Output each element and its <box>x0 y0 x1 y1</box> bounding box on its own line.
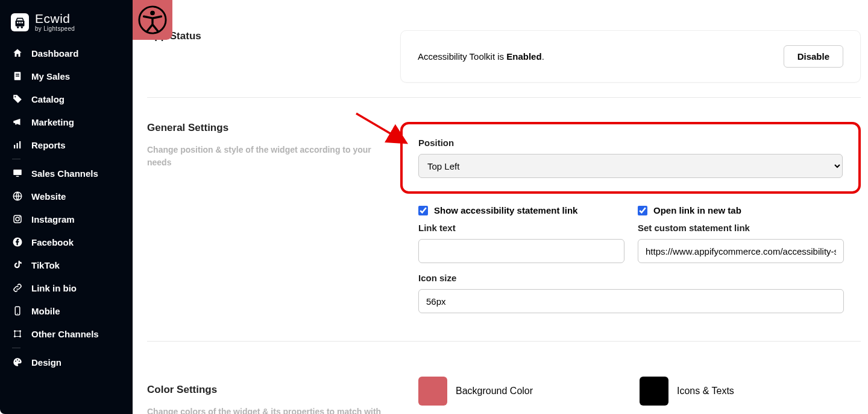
sidebar-item-linkinbio[interactable]: Link in bio <box>0 276 133 299</box>
svg-point-18 <box>19 216 20 217</box>
accessibility-badge[interactable] <box>133 0 172 40</box>
sidebar-item-catalog[interactable]: Catalog <box>0 88 133 110</box>
sidebar-item-otherchannels[interactable]: Other Channels <box>0 322 133 345</box>
svg-rect-5 <box>22 22 24 24</box>
svg-point-2 <box>21 26 23 28</box>
svg-point-21 <box>17 313 18 314</box>
sidebar-item-label: Reports <box>31 140 66 150</box>
color-swatch[interactable] <box>640 377 668 406</box>
sidebar-item-instagram[interactable]: Instagram <box>0 208 133 231</box>
color-swatch[interactable] <box>418 377 447 406</box>
sidebar-item-tiktok[interactable]: TikTok <box>0 253 133 276</box>
tag-icon <box>12 94 23 104</box>
position-select[interactable]: Top Left <box>418 154 843 178</box>
custom-link-label: Set custom statement link <box>638 223 844 233</box>
link-icon <box>12 282 23 293</box>
sidebar-item-mobile[interactable]: Mobile <box>0 299 133 322</box>
color-label: Icons & Texts <box>677 386 734 396</box>
icon-size-label: Icon size <box>418 273 844 283</box>
sidebar-item-label: TikTok <box>31 260 60 270</box>
sidebar-item-label: Catalog <box>31 94 64 104</box>
accessibility-icon <box>138 5 167 34</box>
sidebar-item-saleschannels[interactable]: Sales Channels <box>0 162 133 185</box>
sidebar-item-website[interactable]: Website <box>0 185 133 208</box>
svg-point-28 <box>19 361 20 362</box>
svg-rect-7 <box>16 74 19 75</box>
monitor-icon <box>12 168 23 179</box>
svg-rect-10 <box>14 145 15 148</box>
sidebar-item-facebook[interactable]: Facebook <box>0 231 133 253</box>
sidebar-item-reports[interactable]: Reports <box>0 133 133 156</box>
color-item: Background Color <box>418 377 623 406</box>
svg-rect-11 <box>17 143 18 148</box>
receipt-icon <box>12 71 23 81</box>
instagram-icon <box>12 214 23 225</box>
section-title-general: General Settings <box>147 122 386 134</box>
custom-link-input[interactable] <box>638 239 844 263</box>
position-label: Position <box>418 138 843 148</box>
svg-point-30 <box>150 11 155 16</box>
sidebar-item-label: Facebook <box>31 237 74 247</box>
svg-point-1 <box>17 26 19 28</box>
svg-rect-14 <box>16 176 19 177</box>
section-color-settings: Color Settings Change colors of the widg… <box>147 342 861 414</box>
link-text-input[interactable] <box>418 239 624 263</box>
svg-point-17 <box>16 217 19 221</box>
status-value: Enabled <box>506 51 541 62</box>
status-prefix: Accessibility Toolkit is <box>418 51 506 62</box>
sidebar-item-label: Website <box>31 191 66 202</box>
sidebar-item-label: Marketing <box>31 117 74 127</box>
brand-icon <box>11 13 29 31</box>
section-title-app-status: App Status <box>147 30 386 42</box>
svg-rect-13 <box>13 170 22 175</box>
sidebar-item-dashboard[interactable]: Dashboard <box>0 42 133 65</box>
sidebar-item-label: My Sales <box>31 71 70 81</box>
sidebar-item-label: Design <box>31 357 61 368</box>
show-statement-label: Show accessibility statement link <box>434 205 577 215</box>
svg-point-26 <box>15 361 16 362</box>
svg-rect-3 <box>17 22 19 24</box>
sidebar-nav: DashboardMy SalesCatalogMarketingReports… <box>0 42 133 374</box>
section-desc-color: Change colors of the widget & its proper… <box>147 406 386 414</box>
brand-title: Ecwid <box>35 12 75 25</box>
open-new-tab-checkbox[interactable] <box>638 206 647 215</box>
nav-divider <box>12 159 20 159</box>
sidebar-item-label: Sales Channels <box>31 168 98 179</box>
app-status-card: Accessibility Toolkit is Enabled. Disabl… <box>400 30 861 83</box>
sidebar-item-design[interactable]: Design <box>0 351 133 374</box>
megaphone-icon <box>12 116 23 127</box>
brand-logo: Ecwid by Lightspeed <box>0 0 133 42</box>
svg-rect-12 <box>19 141 20 148</box>
svg-rect-4 <box>19 22 21 24</box>
svg-point-9 <box>14 96 16 97</box>
icon-size-input[interactable] <box>418 289 844 313</box>
globe-icon <box>12 191 23 202</box>
section-title-color: Color Settings <box>147 384 386 396</box>
nav-divider <box>12 348 20 348</box>
general-settings-body: Show accessibility statement link Link t… <box>400 193 861 326</box>
chart-icon <box>12 139 23 150</box>
open-new-tab-label: Open link in new tab <box>653 205 741 215</box>
sidebar-item-mysales[interactable]: My Sales <box>0 65 133 88</box>
tiktok-icon <box>12 260 23 270</box>
home-icon <box>12 48 23 59</box>
color-label: Background Color <box>456 386 533 396</box>
sidebar-item-label: Other Channels <box>31 329 99 339</box>
sidebar-item-marketing[interactable]: Marketing <box>0 110 133 133</box>
svg-point-27 <box>17 359 18 360</box>
sidebar-item-label: Link in bio <box>31 283 77 293</box>
app-status-text: Accessibility Toolkit is Enabled. <box>418 51 544 62</box>
brand-subtitle: by Lightspeed <box>35 26 75 32</box>
section-app-status: App Status Accessibility Toolkit is Enab… <box>147 0 861 98</box>
disable-button[interactable]: Disable <box>784 45 843 68</box>
show-statement-checkbox[interactable] <box>418 206 428 215</box>
facebook-icon <box>12 237 23 247</box>
link-text-label: Link text <box>418 223 624 233</box>
color-grid: Background ColorIcons & TextsHighlight L… <box>400 366 861 414</box>
main-content: App Status Accessibility Toolkit is Enab… <box>133 0 868 414</box>
sidebar: Ecwid by Lightspeed DashboardMy SalesCat… <box>0 0 133 414</box>
section-desc-general: Change position & style of the widget ac… <box>147 144 386 169</box>
color-item: Icons & Texts <box>640 377 844 406</box>
channels-icon <box>12 328 23 339</box>
sidebar-item-label: Instagram <box>31 214 75 225</box>
